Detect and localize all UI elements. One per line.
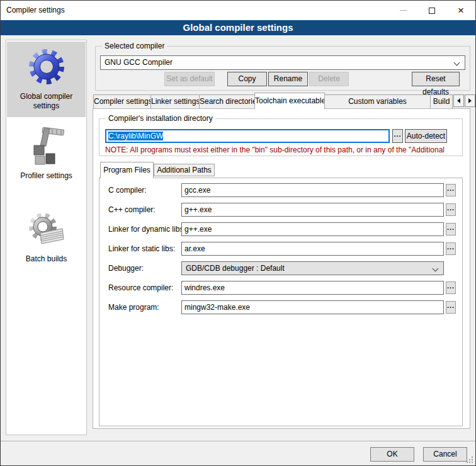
subtab-additional-paths[interactable]: Additional Paths (154, 164, 215, 176)
subtab-program-files[interactable]: Program Files (100, 162, 154, 178)
gear-stack-icon (26, 209, 67, 249)
field-row: C compiler: ... (99, 183, 462, 197)
tab-linker-settings[interactable]: Linker settings (150, 94, 200, 109)
compiler-settings-dialog: Compiler settings × Global compiler sett… (0, 0, 476, 466)
field-row: Debugger: GDB/CDB debugger : Default (99, 261, 462, 275)
browse-button[interactable]: ... (446, 242, 456, 255)
window-title: Compiler settings (6, 1, 65, 20)
reset-defaults-button[interactable]: Reset defaults (412, 72, 460, 86)
close-icon: × (458, 5, 464, 16)
browse-button[interactable]: ... (446, 184, 456, 196)
field-label: Linker for static libs: (108, 244, 175, 253)
auto-detect-button[interactable]: Auto-detect (405, 129, 447, 143)
compiler-select[interactable]: GNU GCC Compiler (100, 55, 465, 70)
field-row: Linker for dynamic libs: ... (99, 222, 462, 236)
debugger-select-value: GDB/CDB debugger : Default (186, 264, 285, 273)
installation-directory-input[interactable]: C:\raylib\MinGW (105, 129, 390, 143)
browse-button[interactable]: ... (446, 301, 456, 314)
tab-custom-variables[interactable]: Custom variables (324, 94, 431, 109)
group-label: Selected compiler (102, 42, 167, 51)
chevron-down-icon (454, 60, 460, 66)
arrow-right-icon (468, 98, 472, 103)
field-label: C compiler: (108, 186, 147, 195)
sidebar-item-label: Batch builds (12, 254, 81, 264)
field-label: Linker for dynamic libs: (108, 225, 186, 234)
tab-scroll-right-button[interactable] (465, 94, 475, 107)
titlebar: Compiler settings × (1, 1, 475, 20)
browse-button[interactable]: ... (446, 203, 456, 216)
page-title: Global compiler settings (1, 20, 475, 35)
compiler-select-value: GNU GCC Compiler (105, 58, 173, 67)
tab-toolchain-executables[interactable]: Toolchain executables (254, 93, 325, 109)
program-files-panel: C compiler: ... C++ compiler: ... Linker… (99, 178, 463, 426)
ok-button[interactable]: OK (370, 447, 414, 462)
resource-compiler-input[interactable] (181, 281, 444, 295)
close-button[interactable]: × (446, 1, 475, 20)
static-linker-input[interactable] (181, 242, 444, 256)
maximize-icon (429, 8, 435, 14)
settings-category-list: Global compiler settings Profiler settin… (6, 40, 87, 435)
sidebar-item-batch-builds[interactable]: Batch builds (7, 208, 86, 277)
field-label: Debugger: (108, 264, 144, 273)
debugger-select[interactable]: GDB/CDB debugger : Default (181, 261, 444, 275)
browse-button[interactable]: ... (446, 223, 456, 236)
tab-compiler-settings[interactable]: Compiler settings (93, 94, 151, 109)
set-as-default-button: Set as default (164, 72, 215, 86)
tab-scroll-left-button[interactable] (453, 94, 464, 107)
field-row: Resource compiler: ... (99, 281, 462, 295)
selected-text: C:\raylib\MinGW (108, 132, 163, 140)
note-text: NOTE: All programs must exist either in … (105, 145, 462, 154)
resize-grip[interactable] (472, 462, 473, 463)
sidebar-item-label: Profiler settings (12, 171, 81, 181)
field-label: Resource compiler: (108, 283, 173, 292)
minimize-button (388, 1, 417, 20)
cpp-compiler-input[interactable] (181, 203, 444, 217)
sidebar-item-global-compiler-settings[interactable]: Global compiler settings (7, 42, 86, 117)
field-label: C++ compiler: (108, 205, 156, 214)
make-program-input[interactable] (181, 300, 444, 314)
browse-button[interactable]: ... (446, 281, 456, 294)
tab-search-directories[interactable]: Search directories (199, 94, 255, 109)
caliper-icon (26, 126, 67, 166)
minimize-icon (400, 10, 407, 11)
rename-button[interactable]: Rename (268, 72, 308, 86)
c-compiler-input[interactable] (181, 183, 444, 197)
tab-build-options[interactable]: Build (430, 94, 453, 109)
field-row: C++ compiler: ... (99, 203, 462, 217)
sidebar-item-profiler-settings[interactable]: Profiler settings (7, 125, 86, 194)
field-row: Make program: ... (99, 300, 462, 314)
delete-button: Delete (309, 72, 349, 86)
field-row: Linker for static libs: ... (99, 242, 462, 256)
browse-directory-button[interactable]: ... (392, 129, 403, 143)
dynamic-linker-input[interactable] (181, 222, 444, 236)
chevron-down-icon (433, 266, 439, 272)
blue-gear-icon (26, 47, 67, 87)
copy-button[interactable]: Copy (227, 72, 267, 86)
footer-separator-highlight (1, 441, 475, 442)
group-label: Compiler's installation directory (106, 114, 215, 123)
maximize-button[interactable] (417, 1, 446, 20)
cancel-button[interactable]: Cancel (423, 447, 467, 462)
field-label: Make program: (108, 303, 159, 312)
sidebar-item-label: Global compiler settings (12, 92, 81, 111)
arrow-left-icon (457, 98, 460, 103)
